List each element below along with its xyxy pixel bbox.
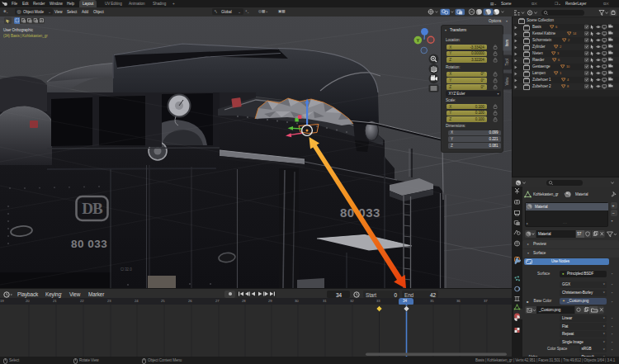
svg-text:4: 4	[567, 78, 569, 82]
svg-text:14: 14	[573, 31, 577, 35]
svg-text:10: 10	[566, 64, 570, 69]
svg-text:8: 8	[567, 84, 569, 88]
svg-text:1: 1	[560, 71, 562, 75]
svg-text:2: 2	[560, 45, 562, 49]
svg-text:2: 2	[568, 38, 570, 42]
svg-text:3: 3	[557, 51, 560, 55]
svg-text:Y: Y	[417, 38, 420, 43]
svg-text:6: 6	[555, 25, 558, 29]
svg-text:6: 6	[558, 58, 560, 62]
